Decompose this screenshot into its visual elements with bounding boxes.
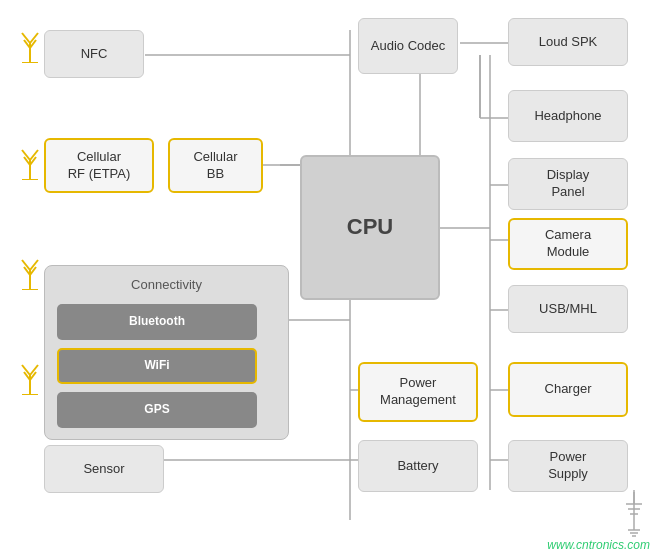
bluetooth-label: Bluetooth xyxy=(129,314,185,330)
bluetooth-box: Bluetooth xyxy=(57,304,257,340)
cpu-label: CPU xyxy=(347,213,393,242)
connectivity-label: Connectivity xyxy=(57,277,276,294)
loud-spk-label: Loud SPK xyxy=(539,34,598,51)
headphone-label: Headphone xyxy=(534,108,601,125)
loud-spk-box: Loud SPK xyxy=(508,18,628,66)
cellular-rf-label: CellularRF (ETPA) xyxy=(68,149,131,183)
antenna-3 xyxy=(18,255,42,290)
cpu-box: CPU xyxy=(300,155,440,300)
sensor-box: Sensor xyxy=(44,445,164,493)
usb-mhl-label: USB/MHL xyxy=(539,301,597,318)
watermark: www.cntronics.com xyxy=(547,538,650,552)
antenna-4 xyxy=(18,360,42,395)
cellular-rf-box: CellularRF (ETPA) xyxy=(44,138,154,193)
gps-label: GPS xyxy=(144,402,169,418)
camera-module-box: CameraModule xyxy=(508,218,628,270)
connectivity-container: Connectivity Bluetooth WiFi GPS xyxy=(44,265,289,440)
antenna-bottom-right xyxy=(622,492,646,527)
nfc-label: NFC xyxy=(81,46,108,63)
display-panel-label: DisplayPanel xyxy=(547,167,590,201)
power-management-label: PowerManagement xyxy=(380,375,456,409)
display-panel-box: DisplayPanel xyxy=(508,158,628,210)
antenna-1 xyxy=(18,28,42,63)
nfc-box: NFC xyxy=(44,30,144,78)
power-supply-box: PowerSupply xyxy=(508,440,628,492)
audio-codec-box: Audio Codec xyxy=(358,18,458,74)
usb-mhl-box: USB/MHL xyxy=(508,285,628,333)
wifi-label: WiFi xyxy=(144,358,169,374)
sensor-label: Sensor xyxy=(83,461,124,478)
battery-box: Battery xyxy=(358,440,478,492)
gps-box: GPS xyxy=(57,392,257,428)
camera-module-label: CameraModule xyxy=(545,227,591,261)
headphone-box: Headphone xyxy=(508,90,628,142)
antenna-2 xyxy=(18,145,42,180)
architecture-diagram: NFC Audio Codec Loud SPK Headphone Cellu… xyxy=(0,0,660,560)
power-supply-label: PowerSupply xyxy=(548,449,588,483)
charger-label: Charger xyxy=(545,381,592,398)
charger-box: Charger xyxy=(508,362,628,417)
wifi-box: WiFi xyxy=(57,348,257,384)
battery-label: Battery xyxy=(397,458,438,475)
cellular-bb-box: CellularBB xyxy=(168,138,263,193)
audio-codec-label: Audio Codec xyxy=(371,38,445,55)
cellular-bb-label: CellularBB xyxy=(193,149,237,183)
power-management-box: PowerManagement xyxy=(358,362,478,422)
